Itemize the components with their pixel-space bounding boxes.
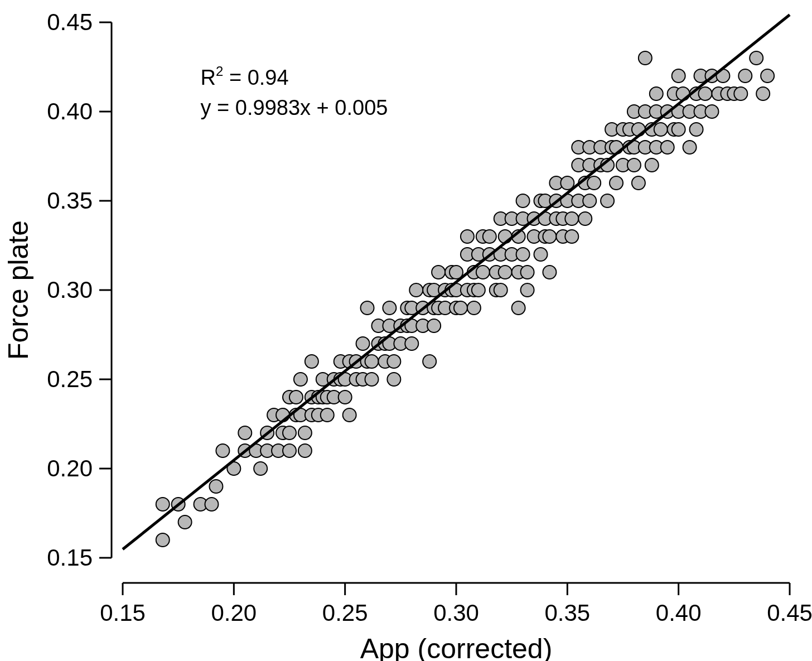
data-point [361, 301, 374, 315]
data-point [156, 533, 170, 547]
data-point [639, 51, 652, 65]
y-tick-label: 0.25 [47, 366, 93, 392]
data-point [209, 480, 223, 493]
data-point [750, 51, 763, 65]
data-point [205, 498, 218, 511]
data-point [387, 373, 400, 386]
data-point [432, 266, 445, 279]
data-point [756, 87, 770, 100]
data-point [627, 158, 641, 172]
data-point [543, 230, 556, 243]
data-point [454, 301, 467, 315]
x-tick-label: 0.15 [100, 600, 146, 626]
x-tick-label: 0.45 [767, 600, 812, 626]
data-point [238, 426, 252, 440]
y-tick-label: 0.40 [47, 98, 93, 124]
data-point [512, 301, 525, 315]
data-point [683, 141, 697, 154]
y-tick-label: 0.15 [47, 544, 93, 571]
data-point [587, 176, 601, 190]
data-point [761, 69, 774, 83]
data-point [365, 355, 379, 368]
data-point [734, 87, 747, 100]
data-point [365, 373, 379, 386]
data-point [476, 266, 490, 279]
data-point [423, 355, 436, 368]
data-point [565, 212, 578, 225]
data-point [565, 230, 578, 243]
data-point [294, 373, 307, 386]
data-point [583, 194, 596, 208]
data-point [467, 301, 481, 315]
data-point [427, 319, 441, 332]
data-point [516, 248, 530, 261]
data-point [178, 515, 192, 529]
data-point [494, 283, 508, 297]
data-point [690, 123, 703, 136]
x-tick-label: 0.35 [544, 600, 590, 626]
data-point [521, 266, 534, 279]
data-point [305, 355, 318, 368]
data-point [283, 426, 296, 440]
x-tick-label: 0.20 [211, 600, 257, 626]
data-point [298, 426, 312, 440]
y-axis-label: Force plate [3, 220, 34, 360]
data-point [672, 69, 685, 83]
data-point [405, 337, 418, 350]
data-point [383, 301, 396, 315]
data-point [283, 444, 296, 457]
data-point [632, 123, 645, 136]
y-tick-label: 0.30 [47, 277, 93, 303]
data-point [543, 266, 556, 279]
data-point [610, 141, 623, 154]
data-point [387, 355, 400, 368]
data-point [343, 408, 356, 422]
data-point [534, 248, 547, 261]
equation-annotation: y = 0.9983x + 0.005 [201, 96, 388, 119]
data-point [661, 141, 674, 154]
data-point [472, 283, 485, 297]
data-point [409, 283, 423, 297]
r-squared-annotation: R2 = 0.94 [201, 64, 289, 89]
data-point [672, 123, 685, 136]
data-point [676, 87, 690, 100]
data-point [216, 444, 229, 457]
data-point [650, 87, 663, 100]
data-point [483, 230, 496, 243]
data-point [516, 194, 530, 208]
y-tick-label: 0.35 [47, 187, 93, 214]
data-point [156, 498, 170, 511]
data-point [610, 176, 623, 190]
data-point [601, 194, 614, 208]
data-point [321, 408, 334, 422]
x-tick-label: 0.40 [656, 600, 702, 626]
data-point [632, 176, 645, 190]
x-tick-label: 0.25 [322, 600, 368, 626]
data-point [298, 444, 312, 457]
data-point [738, 69, 752, 83]
data-point [521, 283, 534, 297]
regression-line [123, 15, 790, 549]
data-point [254, 462, 267, 475]
y-axis: 0.150.200.250.300.350.400.45 [47, 9, 112, 571]
data-point [699, 87, 712, 100]
data-point [654, 123, 668, 136]
data-point [339, 390, 352, 404]
data-point [461, 230, 474, 243]
data-point [578, 212, 592, 225]
scatter-chart: 0.150.200.250.300.350.400.45 0.150.200.2… [0, 0, 812, 661]
data-point [645, 158, 659, 172]
data-point [289, 390, 303, 404]
data-point [356, 337, 370, 350]
x-axis: 0.150.200.250.300.350.400.45 [100, 583, 812, 626]
y-tick-label: 0.45 [47, 9, 93, 35]
data-point [705, 105, 718, 118]
data-point [499, 266, 512, 279]
x-axis-label: App (corrected) [360, 633, 553, 661]
x-tick-label: 0.30 [433, 600, 479, 626]
y-tick-label: 0.20 [47, 455, 93, 481]
